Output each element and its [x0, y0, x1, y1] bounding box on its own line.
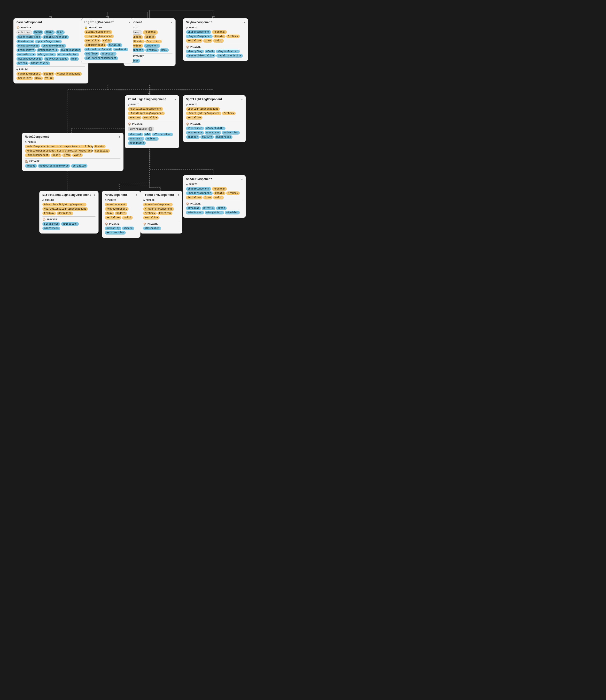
spot-lighting-private-tags: sInstanced mOuterCutOff mAmIExcess mCons…	[186, 127, 243, 139]
chevron-icon: ∧	[94, 194, 95, 196]
point-lighting-card: PointLightingComponent ∧ ⊕ PUBLIC PointL…	[125, 95, 179, 148]
public-label: ⊕ PUBLIC	[143, 199, 179, 202]
spot-lighting-card: SpotLightingComponent ∧ ⊕ PUBLIC SpotLig…	[183, 95, 246, 142]
transform-card-title: TransformComponent ∧	[143, 193, 179, 197]
tag-draw: Draw	[160, 48, 169, 52]
component-card-title: Component ∧	[127, 21, 172, 24]
directional-public-tags: DirectionalLightingComponent ~Directiona…	[42, 203, 95, 215]
directional-private-tags: sInstanced mDirection mAmIExcess	[42, 222, 95, 230]
public-label: ⊕ PUBLIC	[186, 103, 243, 106]
tag-update: Update	[144, 35, 156, 39]
camera-private-tags: ⊟ button mZoom mNear mFar mConstrainPitc…	[17, 30, 85, 65]
model-public-tags: ModelComponent(const std::experimental::…	[25, 145, 120, 157]
private-label: 🏠 PRIVATE	[25, 160, 120, 163]
component-public-tags: ⊟ Shared PostDraw PreUpdate Update PostU…	[127, 30, 172, 52]
tag-serialize: Serialize	[145, 40, 162, 43]
tag-component: Component	[144, 44, 160, 48]
public-label: ⊕ PUBLIC	[186, 183, 243, 186]
chevron-icon: ∧	[171, 21, 172, 24]
tag-predraw: PreDraw	[145, 48, 159, 52]
directional-lighting-card: DirectionalLightingComponent ∧ ⊕ PUBLIC …	[39, 191, 99, 234]
private-label: 🏠 PRIVATE	[105, 222, 137, 225]
move-private-tags: mVelocity mSpeed GetDirection	[105, 226, 137, 235]
shader-card-title: ShaderComponent ∧	[186, 178, 243, 181]
public-label: ⊕ PUBLIC	[105, 199, 137, 202]
transform-public-tags: TransformComponent ~TransformComponent P…	[143, 203, 179, 220]
public-label: ⊕ PUBLIC	[17, 68, 85, 71]
svg-marker-13	[148, 92, 150, 94]
shader-component-card: ShaderComponent ∧ ⊕ PUBLIC ShaderCompone…	[183, 175, 246, 218]
chevron-icon: ∧	[136, 194, 137, 196]
transform-component-card: TransformComponent ∧ ⊕ PUBLIC TransformC…	[140, 191, 182, 234]
public-label: ⊕ PUBLIC	[127, 26, 172, 29]
private-label: 🏠 PRIVATE	[143, 222, 179, 225]
chevron-icon: ∧	[241, 178, 243, 181]
spot-lighting-title: SpotLightingComponent ∧	[186, 98, 243, 101]
component-protected-tags: mHolder	[127, 59, 172, 63]
camera-card-title: CameraComponent ∧	[17, 21, 85, 24]
skybox-public-tags: SkyboxComponent PostDraw ~SkyboxComponen…	[186, 30, 245, 43]
point-lighting-title: PointLightingComponent ∧	[128, 98, 176, 101]
lighting-card-title: LightingComponent ∧	[84, 21, 130, 24]
public-label: ⊕ PUBLIC	[25, 141, 120, 144]
public-label: ⊕ PUBLIC	[186, 26, 245, 29]
move-card-title: MoveComponent ∧	[105, 193, 137, 197]
diagram-container: Component ∧ ⊕ PUBLIC ⊟ Shared PostDraw P…	[0, 0, 606, 700]
chevron-icon: ∧	[119, 136, 120, 139]
skybox-component-card: SkyboxComponent ∧ ⊕ PUBLIC SkyboxCompone…	[183, 18, 248, 61]
connectors-svg	[0, 0, 606, 700]
private-label: 🏠 PRIVATE	[42, 218, 95, 221]
chevron-icon: ∧	[129, 21, 130, 24]
spot-lighting-public-tags: SpotLightingComponent ~SpotLightingCompo…	[186, 107, 243, 120]
chevron-icon: ∧	[178, 194, 179, 196]
protected-label: 🔒 PROTECTED	[127, 55, 172, 58]
lighting-component-card: LightingComponent ∧ 🔒 PROTECTED Lighting…	[81, 18, 133, 64]
button-tag: ⊟ button	[17, 30, 32, 34]
private-label: 🏠 PRIVATE	[186, 122, 243, 126]
public-label: ⊕ PUBLIC	[42, 199, 95, 202]
camera-public-tags: CameraComponent Update ~CameraComponent …	[17, 72, 85, 80]
skybox-private-tags: mDirtyFlag mPath mSkyboxTexture OnInvali…	[186, 50, 245, 57]
tag-postdraw: PostDraw	[143, 30, 158, 34]
chevron-icon: ∧	[244, 21, 245, 24]
move-public-tags: MoveComponent ~MoveComponent Draw Update…	[105, 203, 137, 220]
private-label: 🏠 PRIVATE	[128, 122, 176, 126]
point-lighting-private-tags: sControl mId mTextureName mConstant mLin…	[128, 132, 176, 145]
point-lighting-public-tags: PointLightingComponent ~PointLightingCom…	[128, 107, 176, 120]
move-component-card: MoveComponent ∧ ⊕ PUBLIC MoveComponent ~…	[102, 191, 140, 238]
private-label: 🏠 PRIVATE	[17, 26, 85, 29]
camera-component-card: CameraComponent ∧ 🏠 PRIVATE ⊟ button mZo…	[13, 18, 88, 83]
model-component-card: ModelComponent ∧ ⊕ PUBLIC ModelComponent…	[22, 132, 123, 171]
shader-private-tags: mProgram mStatus mPath mWasPushed mTarge…	[186, 207, 243, 214]
chevron-icon: ∧	[174, 98, 176, 101]
control-block-label: ControlBlock 3	[128, 127, 154, 131]
private-label: 🏠 PRIVATE	[186, 202, 243, 206]
transform-private-tags: mWasPushed	[143, 226, 179, 230]
model-card-title: ModelComponent ∧	[25, 135, 120, 139]
public-label: ⊕ PUBLIC	[128, 103, 176, 106]
model-private-tags: mModel mSelectedTextureType Serialize	[25, 164, 120, 168]
directional-lighting-title: DirectionalLightingComponent ∧	[42, 193, 95, 197]
chevron-icon: ∧	[241, 98, 243, 101]
lighting-protected-tags: LightingComponent ~LightingComponent Ser…	[84, 30, 130, 60]
private-label: 🏠 PRIVATE	[186, 46, 245, 49]
shader-public-tags: ShaderComponent PostDraw ~ShaderComponen…	[186, 187, 243, 199]
protected-label: 🔒 PROTECTED	[84, 26, 130, 29]
skybox-card-title: SkyboxComponent ∧	[186, 21, 245, 24]
